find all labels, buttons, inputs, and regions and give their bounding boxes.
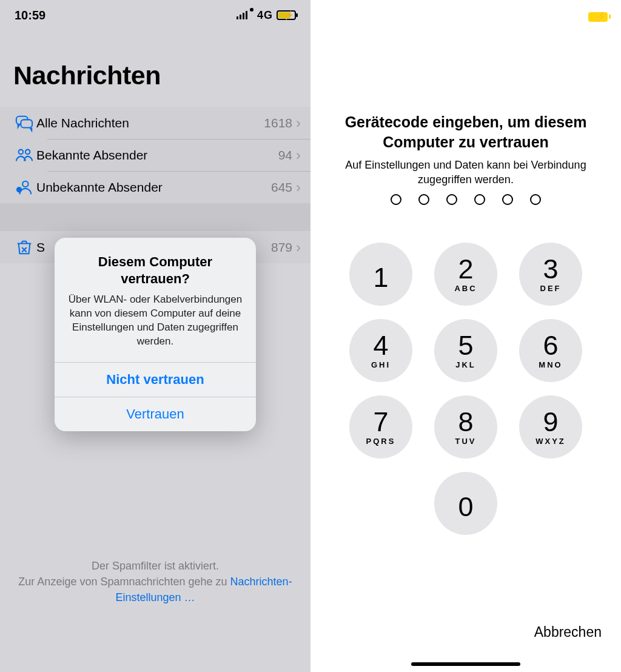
people-icon bbox=[12, 146, 36, 164]
passcode-dot bbox=[391, 194, 401, 205]
passcode-screen: ⚡ Gerätecode eingeben, um diesem Compute… bbox=[310, 0, 621, 672]
key-2[interactable]: 2ABC bbox=[434, 243, 497, 306]
key-3[interactable]: 3DEF bbox=[519, 243, 582, 306]
passcode-dots bbox=[310, 194, 621, 205]
dont-trust-button[interactable]: Nicht vertrauen bbox=[55, 362, 256, 397]
row-known-senders[interactable]: Bekannte Absender 94 › bbox=[0, 139, 310, 171]
passcode-title: Gerätecode eingeben, um diesem Computer … bbox=[329, 112, 603, 152]
battery-icon: ⚡ bbox=[277, 10, 296, 20]
key-9[interactable]: 9WXYZ bbox=[519, 395, 582, 459]
row-count: 879 bbox=[271, 240, 292, 255]
trust-computer-alert: Diesem Computer vertrauen? Über WLAN- od… bbox=[55, 238, 256, 431]
cancel-button[interactable]: Abbrechen bbox=[534, 624, 602, 640]
passcode-dot bbox=[502, 194, 513, 205]
svg-point-4 bbox=[22, 181, 28, 186]
signal-alert-icon bbox=[250, 8, 253, 12]
alert-title: Diesem Computer vertrauen? bbox=[65, 254, 245, 287]
key-0[interactable]: 0 bbox=[434, 472, 497, 535]
chat-icon bbox=[12, 114, 36, 132]
row-unknown-senders[interactable]: ? Unbekannte Absender 645 › bbox=[0, 171, 310, 203]
status-bar: ⚡ bbox=[588, 12, 608, 22]
svg-point-2 bbox=[19, 149, 24, 154]
alert-message: Über WLAN- oder Kabelverbindungen kann v… bbox=[65, 293, 245, 349]
passcode-subtitle: Auf Einstellungen und Daten kann bei Ver… bbox=[329, 158, 603, 187]
passcode-dot bbox=[418, 194, 429, 205]
key-1[interactable]: 1 bbox=[349, 243, 412, 306]
row-count: 645 bbox=[271, 180, 292, 195]
row-label: Alle Nachrichten bbox=[36, 116, 264, 130]
svg-text:?: ? bbox=[18, 187, 21, 192]
signal-icon bbox=[237, 11, 247, 19]
passcode-dot bbox=[446, 194, 457, 205]
battery-icon: ⚡ bbox=[588, 12, 608, 22]
spam-footer: Der Spamfilter ist aktiviert. Zur Anzeig… bbox=[0, 558, 310, 605]
network-label: 4G bbox=[257, 9, 273, 22]
row-label: Bekannte Absender bbox=[36, 148, 278, 163]
home-indicator[interactable] bbox=[411, 662, 520, 666]
key-8[interactable]: 8TUV bbox=[434, 395, 497, 459]
key-6[interactable]: 6MNO bbox=[519, 319, 582, 382]
clock: 10:59 bbox=[15, 8, 45, 22]
row-all-messages[interactable]: Alle Nachrichten 1618 › bbox=[0, 107, 310, 139]
chevron-right-icon: › bbox=[296, 115, 301, 132]
person-question-icon: ? bbox=[12, 178, 36, 197]
chevron-right-icon: › bbox=[296, 179, 301, 196]
status-bar: 10:59 4G ⚡ bbox=[0, 0, 310, 30]
svg-point-3 bbox=[25, 149, 30, 154]
trash-x-icon bbox=[12, 238, 36, 257]
key-7[interactable]: 7PQRS bbox=[349, 395, 412, 459]
row-label: Unbekannte Absender bbox=[36, 180, 271, 195]
chevron-right-icon: › bbox=[296, 239, 301, 256]
chevron-right-icon: › bbox=[296, 147, 301, 164]
key-5[interactable]: 5JKL bbox=[434, 319, 497, 382]
trust-button[interactable]: Vertrauen bbox=[55, 397, 256, 431]
passcode-dot bbox=[474, 194, 485, 205]
svg-rect-1 bbox=[21, 119, 32, 127]
row-count: 94 bbox=[278, 148, 292, 163]
page-title: Nachrichten bbox=[13, 61, 161, 90]
key-4[interactable]: 4GHI bbox=[349, 319, 412, 382]
number-keypad: 1 2ABC 3DEF 4GHI 5JKL 6MNO 7PQRS 8TUV 9W… bbox=[310, 243, 621, 535]
passcode-dot bbox=[530, 194, 541, 205]
messages-screen: 10:59 4G ⚡ Nachrichten Alle Nachrichten … bbox=[0, 0, 310, 672]
row-count: 1618 bbox=[264, 116, 292, 130]
